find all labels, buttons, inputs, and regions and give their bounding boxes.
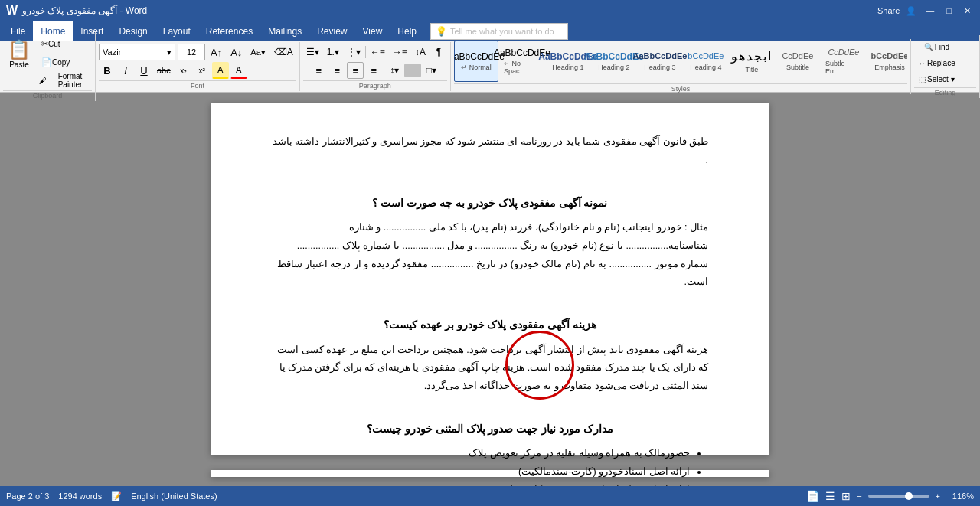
sort-button[interactable]: ↕A [412, 44, 429, 60]
replace-button[interactable]: ↔ Replace [914, 56, 959, 70]
bold-button[interactable]: B [99, 62, 116, 79]
bullet-item-1: حضورمالک به همراه وسیله نقلیه در مرکز تع… [272, 445, 690, 463]
decrease-indent-button[interactable]: ←≡ [368, 44, 388, 60]
copy-button[interactable]: 📄 Copy [38, 54, 92, 70]
menu-references[interactable]: References [198, 21, 260, 41]
section1-heading: نمونه آگهی مفقودی پلاک خودرو به چه صورت … [272, 194, 708, 213]
cut-button[interactable]: ✂ Cut [38, 35, 92, 52]
style-normal[interactable]: AaBbCcDdEe ↵ Normal [454, 41, 498, 82]
ribbon-main-row: 📋 Paste ✂ Cut 📄 Copy 🖌 Format Painter [0, 43, 980, 90]
section1-para: مثال : خودرو اینجانب (نام و نام خانوادگی… [272, 219, 708, 292]
styles-list: AaBbCcDdEe ↵ Normal AaBbCcDdEe ↵ No Spac… [454, 41, 907, 82]
menu-view[interactable]: View [355, 21, 390, 41]
align-left-button[interactable]: ≡ [310, 62, 327, 79]
editing-label: Editing [914, 87, 976, 98]
align-center-button[interactable]: ≡ [328, 62, 345, 79]
section3-heading: مدارک مورد نیاز جهت صدور پلاک المثنی خود… [272, 419, 708, 439]
view-read-icon[interactable]: 📄 [806, 490, 819, 502]
zoom-slider[interactable] [868, 495, 929, 498]
style-title[interactable]: ابجدهو Title [730, 41, 774, 82]
format-painter-button[interactable]: 🖌 Format Painter [38, 72, 92, 89]
section2-para: هزینه آگهی مفقودی باید پیش از انتشار آگه… [272, 341, 708, 396]
bullet-list: حضورمالک به همراه وسیله نقلیه در مرکز تع… [272, 445, 708, 486]
style-heading1[interactable]: AaBbCcDdEe Heading 1 [546, 41, 590, 82]
change-case-button[interactable]: Aa▾ [247, 44, 268, 60]
status-right: 📄 ☰ ⊞ − + 116% [806, 490, 974, 502]
tell-me-input[interactable]: 💡 Tell me what you want to do [430, 23, 568, 40]
title-bar-right: Share 👤 — □ ✕ [877, 6, 974, 16]
close-button[interactable]: ✕ [961, 6, 974, 16]
select-button[interactable]: ⬚ Select ▾ [915, 72, 959, 86]
text-highlight-button[interactable]: A [212, 62, 229, 79]
font-name-selector[interactable]: Vazir ▾ [99, 44, 175, 60]
minimize-button[interactable]: — [923, 6, 937, 15]
proofing-icon[interactable]: 📝 [111, 491, 122, 501]
clipboard-content: 📋 Paste ✂ Cut 📄 Copy 🖌 Format Painter [3, 34, 92, 89]
font-group: Vazir ▾ 12 A↑ A↓ Aa▾ ⌫A B I U abc x [96, 42, 300, 91]
menu-review[interactable]: Review [309, 21, 354, 41]
maximize-button[interactable]: □ [943, 6, 955, 15]
share-button[interactable]: Share [877, 6, 900, 15]
subscript-button[interactable]: x₂ [175, 62, 192, 79]
align-right-button[interactable]: ≡ [347, 62, 364, 79]
show-hide-button[interactable]: ¶ [430, 44, 447, 60]
zoom-level[interactable]: 116% [946, 491, 974, 501]
zoom-thumb [905, 492, 913, 500]
zoom-in-icon[interactable]: + [936, 491, 940, 501]
font-increase-button[interactable]: A↑ [207, 44, 225, 60]
menu-layout[interactable]: Layout [155, 21, 198, 41]
clear-formatting-button[interactable]: ⌫A [271, 44, 296, 60]
font-content: Vazir ▾ 12 A↑ A↓ Aa▾ ⌫A B I U abc x [99, 44, 296, 79]
clipboard-label: Clipboard [3, 90, 92, 101]
title-bar: W آگهی مفقودی پلاک خودرو - Word Share 👤 … [0, 0, 980, 21]
styles-label: Styles [454, 83, 907, 94]
font-decrease-button[interactable]: A↓ [227, 44, 245, 60]
paragraph-label: Paragraph [303, 80, 447, 91]
word-logo-icon: W [6, 4, 18, 18]
superscript-button[interactable]: x² [194, 62, 211, 79]
view-print-icon[interactable]: ☰ [825, 490, 835, 502]
paste-button[interactable]: 📋 Paste [3, 35, 35, 72]
styles-group: AaBbCcDdEe ↵ Normal AaBbCcDdEe ↵ No Spac… [451, 39, 911, 94]
page-info: Page 2 of 3 [6, 491, 49, 501]
document-area: طبق قانون آگهی مفقودی شما باید در روزنام… [0, 93, 980, 486]
font-size-selector[interactable]: 12 [178, 44, 205, 60]
find-button[interactable]: 🔍 Find [920, 40, 953, 54]
style-subtitle[interactable]: CcDdEe Subtitle [776, 41, 820, 82]
menu-mailings[interactable]: Mailings [260, 21, 309, 41]
menu-help[interactable]: Help [390, 21, 424, 41]
zoom-out-icon[interactable]: − [857, 491, 861, 501]
top-text: طبق قانون آگهی مفقودی شما باید در روزنام… [272, 133, 708, 170]
word-count: 1294 words [58, 491, 102, 501]
document-page[interactable]: طبق قانون آگهی مفقودی شما باید در روزنام… [211, 103, 769, 455]
bullet-item-2: ارائه اصل اسنادخودرو (کارت-سندمالکیت) [272, 463, 690, 482]
style-subtle-emphasis[interactable]: CcDdEe Subtle Em... [822, 41, 866, 82]
paragraph-content: ☰▾ 1.▾ ⋮▾ ←≡ →≡ ↕A ¶ ≡ ≡ ≡ ≡ ↕▾ [303, 44, 447, 79]
title-bar-left: W آگهی مفقودی پلاک خودرو - Word [6, 4, 147, 18]
style-no-spacing[interactable]: AaBbCcDdEe ↵ No Spac... [500, 41, 544, 82]
numbering-button[interactable]: 1.▾ [324, 44, 342, 60]
increase-indent-button[interactable]: →≡ [390, 44, 410, 60]
clipboard-group: 📋 Paste ✂ Cut 📄 Copy 🖌 Format Painter [0, 32, 96, 101]
editing-content: 🔍 Find ↔ Replace ⬚ Select ▾ [914, 37, 959, 86]
font-color-button[interactable]: A [230, 62, 247, 79]
language[interactable]: English (United States) [131, 491, 217, 501]
underline-button[interactable]: U [136, 62, 152, 79]
justify-button[interactable]: ≡ [365, 62, 382, 79]
line-spacing-button[interactable]: ↕▾ [386, 62, 403, 79]
style-emphasis[interactable]: bCcDdEe Emphasis [867, 41, 907, 82]
style-heading2[interactable]: AaBbCcDdEe Heading 2 [592, 41, 636, 82]
bullets-button[interactable]: ☰▾ [303, 44, 322, 60]
style-heading4[interactable]: bCcDdEe Heading 4 [684, 41, 728, 82]
shading-button[interactable] [404, 64, 421, 77]
view-web-icon[interactable]: ⊞ [841, 490, 851, 502]
ribbon: 📋 Paste ✂ Cut 📄 Copy 🖌 Format Painter [0, 41, 980, 93]
style-heading3[interactable]: AaBbCcDdEe Heading 3 [638, 41, 682, 82]
paragraph-group: ☰▾ 1.▾ ⋮▾ ←≡ →≡ ↕A ¶ ≡ ≡ ≡ ≡ ↕▾ [300, 42, 451, 91]
strikethrough-button[interactable]: abc [154, 62, 174, 79]
italic-button[interactable]: I [117, 62, 134, 79]
multilevel-list-button[interactable]: ⋮▾ [344, 44, 364, 60]
user-icon: 👤 [906, 6, 916, 16]
borders-button[interactable]: □▾ [423, 62, 439, 79]
menu-design[interactable]: Design [111, 21, 155, 41]
